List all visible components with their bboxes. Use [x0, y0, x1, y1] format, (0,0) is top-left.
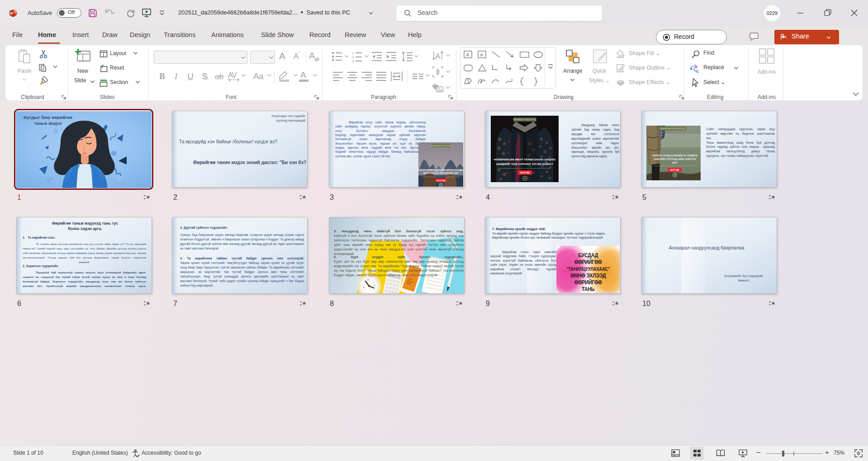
- svg-text:1: 1: [352, 51, 354, 55]
- svg-text:ӨМНӨ ЭХЛЭЭД: ӨМНӨ ЭХЛЭЭД: [570, 273, 606, 278]
- svg-text:ТАНЬ: ТАНЬ: [582, 286, 594, 292]
- svg-text:АСУУ МЕ: АСУУ МЕ: [436, 179, 445, 182]
- svg-text:A: A: [479, 52, 484, 57]
- svg-text:3: 3: [352, 59, 354, 62]
- svg-text:БУСДАД: БУСДАД: [578, 252, 598, 258]
- svg-text:ШИНЖИЙГ ОЛЖ ХАРАХЫГ ХҮСЭЖ БАЙН: ШИНЖИЙГ ОЛЖ ХАРАХЫГ ХҮСЭЖ БАЙНА?: [496, 162, 554, 165]
- svg-text:ХАМГИЙН ТҮРҮҮНД ХИЙХ ЗҮЙЛ ЮУ: ХАМГИЙН ТҮРҮҮНД ХИЙХ ЗҮЙЛ ЮУ: [654, 157, 697, 160]
- svg-text:A: A: [435, 52, 441, 61]
- svg-text:ХЭРВЭЭ ЧАМД БОЛОМЖ НЬ ОЛДВОЛ: ХЭРВЭЭ ЧАМД БОЛОМЖ НЬ ОЛДВОЛ: [652, 154, 698, 157]
- svg-text:2: 2: [352, 55, 354, 59]
- svg-text:c: c: [696, 68, 699, 73]
- svg-text:ЖИРИЙН АСУУХ АСУУЛТУУД: ЖИРИЙН АСУУХ АСУУЛТУУД: [513, 119, 536, 121]
- svg-text:АСУУ МЕ: АСУУ МЕ: [670, 169, 679, 171]
- svg-text:A: A: [466, 52, 470, 57]
- svg-text:ЖОЛЧТОН ЮУ ТӨСӨӨЛДӨГ ВЭ?: ЖОЛЧТОН ЮУ ТӨСӨӨЛДӨГ ВЭ?: [423, 172, 459, 174]
- svg-text:ЧИ ӨӨРӨӨСӨӨ ЯМАР ТӨЛӨВ ЧАНАР,: ЧИ ӨӨРӨӨСӨӨ ЯМАР ТӨЛӨВ ЧАНАР, ОНЦЛОГ: [493, 158, 556, 161]
- svg-text:АСУУ МЕ: АСУУ МЕ: [520, 172, 530, 174]
- svg-text:ЖИРИЙН АСУУХ АСУУЛТУУД: ЖИРИЙН АСУУХ АСУУЛТУУД: [430, 145, 452, 147]
- svg-text:ӨӨРИЙГӨӨ: ӨӨРИЙГӨӨ: [574, 259, 602, 265]
- svg-text:P: P: [10, 11, 14, 16]
- svg-text:ӨӨРИЙГӨӨ: ӨӨРИЙГӨӨ: [574, 279, 602, 285]
- svg-text:"ТАНИЛЦУУЛАХААС": "ТАНИЛЦУУЛАХААС": [566, 267, 610, 272]
- svg-text:ХААНА НЭРВЭЭДЭГДЭЖ АВГАН СУУХД: ХААНА НЭРВЭЭДЭГДЭЖ АВГАН СУУХДАА: [418, 169, 463, 171]
- svg-text:ЖИРИЙН АСУУХ АСУУЛТУУД: ЖИРИЙН АСУУХ АСУУЛТУУД: [660, 128, 685, 130]
- svg-text:ВЭ?: ВЭ?: [672, 161, 677, 164]
